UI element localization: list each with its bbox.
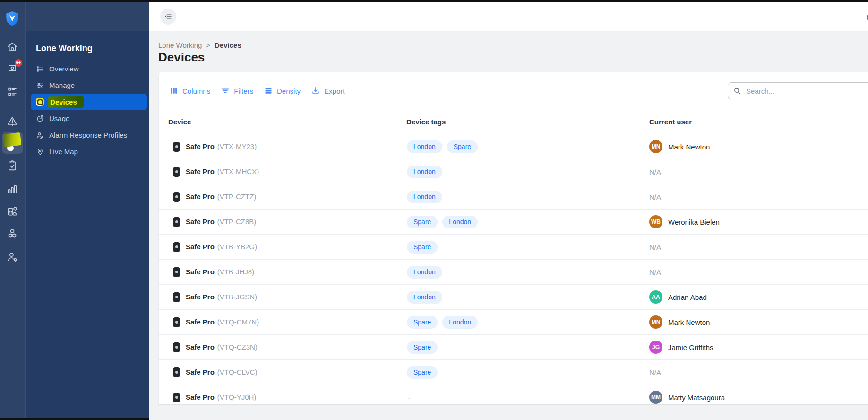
table-row[interactable]: Safe Pro(VTQ-CZ3N)SpareJGJamie Griffiths [159, 335, 868, 360]
sidebar-nav: OverviewManageDevicesUsageAlarm Response… [26, 61, 149, 160]
no-user-na: N/A [649, 368, 661, 376]
search-input[interactable] [745, 87, 868, 96]
rail-divider [4, 107, 21, 107]
no-user-na: N/A [649, 168, 661, 176]
tag-chip: Spare [407, 341, 438, 354]
table-row[interactable]: Safe Pro(VTQ-CM7N)SpareLondonMNMark Newt… [159, 310, 868, 335]
current-user-cell: MNMark Newton [649, 140, 868, 153]
table-body: Safe Pro(VTX-MY23)LondonSpareMNMark Newt… [159, 134, 868, 410]
user-settings-icon [6, 251, 18, 263]
rail-item-building-pin[interactable] [6, 205, 18, 217]
device-fob-icon [173, 242, 180, 252]
breadcrumb: Lone Working > Devices [158, 41, 241, 49]
breadcrumb-current: Devices [215, 41, 241, 49]
column-header-current-user[interactable]: Current user [649, 118, 868, 126]
avatar: MN [649, 140, 662, 153]
clock-icon[interactable] [865, 12, 868, 23]
rail-item-alert-triangle[interactable] [6, 115, 18, 127]
device-code: (VTQ-CZ3N) [217, 343, 258, 351]
rail-item-home[interactable] [6, 41, 18, 53]
density-button[interactable]: Density [264, 86, 301, 96]
filters-button[interactable]: Filters [221, 86, 253, 96]
sidebar-item-overview[interactable]: Overview [26, 61, 149, 77]
highlight-annotation [2, 132, 21, 147]
user-name: Mark Newton [668, 318, 710, 326]
current-user-cell: N/A [649, 268, 868, 276]
no-user-na: N/A [649, 243, 661, 251]
sidebar: Lone Working OverviewManageDevicesUsageA… [25, 2, 149, 418]
table-row[interactable]: Safe Pro(VTP-CZTZ)LondonN/A [159, 184, 868, 210]
building-pin-icon [6, 205, 18, 217]
tags-cell: SpareLondon [406, 216, 649, 228]
rail-item-clipboard-check[interactable] [6, 159, 18, 172]
column-header-device[interactable]: Device [168, 118, 406, 126]
device-name: Safe Pro [186, 268, 215, 276]
device-name: Safe Pro [186, 318, 215, 326]
device-fob-icon [173, 393, 180, 402]
rail-item-device-alert[interactable]: 9+ [6, 62, 18, 74]
sidebar-item-devices[interactable]: Devices [31, 94, 147, 110]
avatar: WB [649, 215, 662, 228]
devices-table-card: ColumnsFiltersDensityExport DeviceDevice… [159, 72, 868, 404]
device-cell: Safe Pro(VTB-YB2G) [168, 242, 406, 252]
breadcrumb-separator: > [206, 41, 210, 49]
columns-button[interactable]: Columns [169, 86, 210, 96]
sidebar-item-usage[interactable]: Usage [26, 110, 149, 127]
rail-item-lone-working-active[interactable] [2, 132, 23, 154]
table-row[interactable]: Safe Pro(VTB-YB2G)SpareN/A [159, 235, 868, 260]
toolbar-button-label: Density [277, 87, 301, 95]
device-cell: Safe Pro(VTB-JGSN) [168, 292, 406, 302]
user-name: Weronika Bielen [668, 218, 720, 226]
current-user-cell: AAAdrian Abad [649, 290, 868, 304]
rail-item-user-settings[interactable] [6, 251, 18, 263]
user-name: Adrian Abad [668, 293, 707, 301]
no-tags-dash: - [407, 394, 410, 402]
table-row[interactable]: Safe Pro(VTX-MY23)LondonSpareMNMark Newt… [159, 134, 868, 159]
user-name: Jamie Griffiths [668, 343, 713, 351]
tag-chip: London [407, 291, 442, 304]
bar-chart-icon [6, 183, 18, 195]
no-user-na: N/A [649, 268, 661, 276]
sidebar-header [26, 2, 149, 31]
home-icon [6, 41, 18, 53]
table-row[interactable]: Safe Pro(VTQ-YJ0H)-MMMatty Matsagoura [159, 385, 868, 410]
tag-chip: Spare [447, 140, 478, 153]
tag-chip: Spare [407, 241, 438, 254]
device-code: (VTB-JGSN) [217, 293, 257, 301]
device-code: (VTB-YB2G) [217, 243, 257, 251]
device-code: (VTQ-YJ0H) [217, 393, 257, 401]
sidebar-item-alarm-response-profiles[interactable]: Alarm Response Profiles [26, 127, 149, 143]
column-header-device-tags[interactable]: Device tags [406, 118, 649, 126]
breadcrumb-parent[interactable]: Lone Working [158, 41, 202, 49]
sidebar-item-label: Usage [49, 114, 69, 122]
clipboard-check-icon [6, 159, 18, 172]
table-row[interactable]: Safe Pro(VTX-MHCX)LondonN/A [159, 159, 868, 184]
tags-cell: London [406, 266, 649, 279]
table-row[interactable]: Safe Pro(VTP-CZ8B)SpareLondonWBWeronika … [159, 210, 868, 235]
table-row[interactable]: Safe Pro(VTQ-CLVC)SpareN/A [159, 360, 868, 385]
search-icon [733, 87, 741, 95]
tag-chip: London [442, 316, 478, 329]
tags-cell: London [406, 291, 649, 304]
app-logo[interactable] [5, 10, 20, 26]
alert-triangle-icon [6, 115, 18, 127]
export-button[interactable]: Export [311, 86, 344, 96]
search-box [728, 82, 868, 99]
table-row[interactable]: Safe Pro(VTB-JGSN)LondonAAAdrian Abad [159, 285, 868, 310]
sidebar-item-live-map[interactable]: Live Map [26, 143, 149, 160]
collapse-sidebar-button[interactable] [160, 9, 176, 25]
rail-item-cubes[interactable] [6, 228, 18, 240]
sidebar-item-manage[interactable]: Manage [26, 77, 149, 94]
device-code: (VTP-CZTZ) [217, 192, 256, 201]
rail-item-bar-chart[interactable] [6, 183, 18, 195]
device-cell: Safe Pro(VTB-JHJ8) [168, 267, 406, 277]
tags-cell: - [406, 394, 649, 402]
table-row[interactable]: Safe Pro(VTB-JHJ8)LondonN/A [159, 260, 868, 285]
device-code: (VTQ-CLVC) [217, 368, 258, 376]
no-user-na: N/A [649, 193, 661, 201]
device-cell: Safe Pro(VTQ-YJ0H) [168, 393, 406, 402]
device-code: (VTP-CZ8B) [217, 218, 257, 226]
columns-icon [169, 86, 179, 96]
tag-chip: London [407, 166, 442, 178]
rail-item-tasks[interactable] [6, 86, 18, 98]
